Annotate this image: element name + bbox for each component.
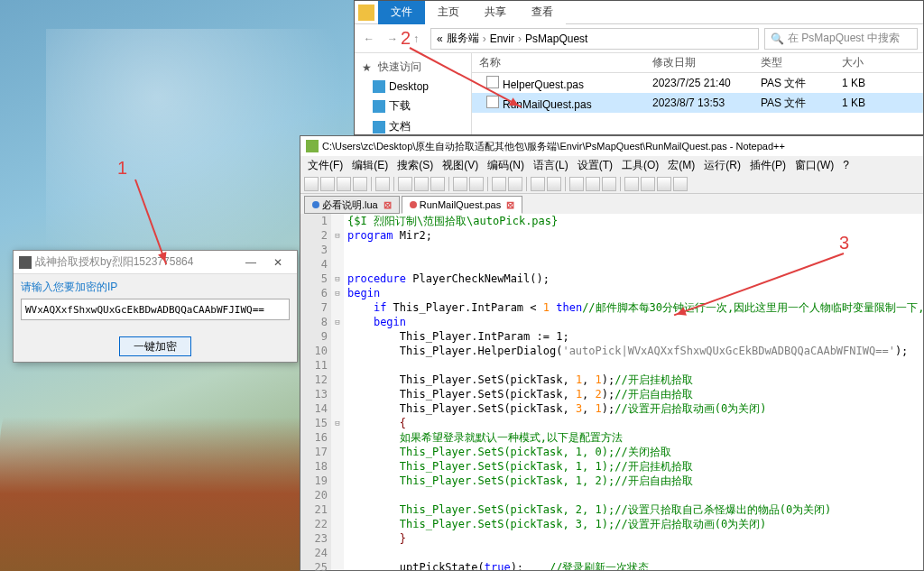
folder-icon xyxy=(358,5,374,21)
sidebar-desktop[interactable]: Desktop xyxy=(355,78,471,96)
download-icon xyxy=(373,100,385,113)
code-content[interactable]: {$I 烈阳订制\范围拾取\autoPick.pas}program Mir2;… xyxy=(344,214,923,570)
play-icon[interactable] xyxy=(641,177,655,191)
col-name[interactable]: 名称 xyxy=(472,55,652,70)
paste-icon[interactable] xyxy=(430,177,445,191)
menu-edit[interactable]: 编辑(E) xyxy=(348,158,392,173)
tab-share[interactable]: 共享 xyxy=(472,1,519,24)
tab-status-icon xyxy=(312,201,319,208)
menu-file[interactable]: 文件(F) xyxy=(304,158,346,173)
nav-back-icon[interactable]: ← xyxy=(360,30,378,48)
bc-psmapquest[interactable]: PsMapQuest xyxy=(525,32,587,45)
nav-forward-icon[interactable]: → xyxy=(383,30,402,48)
cut-icon[interactable] xyxy=(398,177,412,191)
close-icon[interactable]: ⊠ xyxy=(383,199,392,211)
menu-plugins[interactable]: 插件(P) xyxy=(746,158,790,173)
bc-double-left-icon: « xyxy=(437,32,443,45)
search-placeholder: 在 PsMapQuest 中搜索 xyxy=(788,31,900,46)
file-icon xyxy=(486,76,499,88)
ip-label: 请输入您要加密的IP xyxy=(21,280,290,295)
col-type[interactable]: 类型 xyxy=(761,55,842,70)
undo-icon[interactable] xyxy=(453,177,467,191)
redo-icon[interactable] xyxy=(469,177,484,191)
menu-bar: 文件(F) 编辑(E) 搜索(S) 视图(V) 编码(N) 语言(L) 设置(T… xyxy=(300,156,923,174)
ip-input[interactable] xyxy=(21,299,290,320)
annotation-2: 2 xyxy=(401,28,411,49)
file-explorer-window: 文件 主页 共享 查看 ← → ↑ « 服务端 › Envir › PsMapQ… xyxy=(354,0,924,135)
menu-view[interactable]: 视图(V) xyxy=(439,158,482,173)
sidebar-documents[interactable]: 文档 xyxy=(355,116,471,137)
list-item[interactable]: RunMailQuest.pas 2023/8/7 13:53 PAS 文件 1… xyxy=(472,93,923,113)
sidebar-downloads[interactable]: 下载 xyxy=(355,96,471,116)
tab-lua[interactable]: 必看说明.lua⊠ xyxy=(304,196,400,214)
list-item[interactable]: HelperQuest.pas 2023/7/25 21:40 PAS 文件 1… xyxy=(472,73,923,93)
tab-home[interactable]: 主页 xyxy=(425,1,472,24)
editor-tabs: 必看说明.lua⊠ RunMailQuest.pas⊠ xyxy=(300,194,923,214)
fold-column[interactable]: ⊟⊟⊟⊟⊟⊟ xyxy=(331,214,344,570)
allchars-icon[interactable] xyxy=(586,177,600,191)
ribbon-tabs: 文件 主页 共享 查看 xyxy=(355,1,923,24)
save-icon[interactable] xyxy=(337,177,351,191)
find-icon[interactable] xyxy=(492,177,506,191)
zoom-in-icon[interactable] xyxy=(531,177,545,191)
titlebar: C:\Users\zc\Desktop\原生自动拾取适配其他包\服务端\Envi… xyxy=(300,136,923,156)
code-editor[interactable]: 1234567891011121314151617181920212223242… xyxy=(300,214,923,570)
saveall-icon[interactable] xyxy=(353,177,367,191)
menu-settings[interactable]: 设置(T) xyxy=(574,158,616,173)
notepadpp-icon xyxy=(306,140,319,152)
close-icon[interactable]: ⊠ xyxy=(506,199,514,211)
record-icon[interactable] xyxy=(624,177,639,191)
col-size[interactable]: 大小 xyxy=(842,55,905,70)
annotation-3: 3 xyxy=(839,233,849,253)
menu-encoding[interactable]: 编码(N) xyxy=(484,158,528,173)
chevron-right-icon: › xyxy=(518,32,522,45)
minimize-button[interactable]: — xyxy=(237,256,264,269)
toolbar xyxy=(300,174,923,194)
line-numbers: 1234567891011121314151617181920212223242… xyxy=(300,214,331,570)
notepadpp-window: C:\Users\zc\Desktop\原生自动拾取适配其他包\服务端\Envi… xyxy=(300,135,924,571)
nav-pane: ★快速访问 Desktop 下载 文档 xyxy=(355,53,472,134)
menu-macro[interactable]: 宏(M) xyxy=(664,158,698,173)
encrypt-dialog: 战神拾取授权by烈阳1523775864 — ✕ 请输入您要加密的IP 一键加密 xyxy=(13,250,298,363)
zoom-out-icon[interactable] xyxy=(547,177,561,191)
tab-status-icon xyxy=(410,201,417,208)
titlebar: 战神拾取授权by烈阳1523775864 — ✕ xyxy=(14,251,297,274)
menu-help[interactable]: ? xyxy=(839,159,853,171)
desktop-icon xyxy=(373,80,385,93)
print-icon[interactable] xyxy=(375,177,390,191)
menu-window[interactable]: 窗口(W) xyxy=(791,158,837,173)
menu-run[interactable]: 运行(R) xyxy=(700,158,744,173)
address-bar-row: ← → ↑ « 服务端 › Envir › PsMapQuest 🔍 在 PsM… xyxy=(355,24,923,53)
encrypt-button[interactable]: 一键加密 xyxy=(119,336,191,356)
indent-icon[interactable] xyxy=(602,177,616,191)
menu-tools[interactable]: 工具(O) xyxy=(618,158,662,173)
stop-icon[interactable] xyxy=(657,177,671,191)
search-icon: 🔍 xyxy=(771,32,784,45)
replace-icon[interactable] xyxy=(508,177,522,191)
col-date[interactable]: 修改日期 xyxy=(652,55,761,70)
app-icon xyxy=(19,256,32,269)
bc-root[interactable]: 服务端 xyxy=(447,31,479,46)
tab-file[interactable]: 文件 xyxy=(378,1,425,24)
file-list: 名称 修改日期 类型 大小 HelperQuest.pas 2023/7/25 … xyxy=(472,53,923,134)
copy-icon[interactable] xyxy=(414,177,429,191)
chevron-right-icon: › xyxy=(483,32,486,45)
new-icon[interactable] xyxy=(304,177,319,191)
file-icon xyxy=(486,96,499,108)
bc-envir[interactable]: Envir xyxy=(490,32,514,45)
close-button[interactable]: ✕ xyxy=(264,256,291,269)
wordwrap-icon[interactable] xyxy=(569,177,584,191)
open-icon[interactable] xyxy=(320,177,335,191)
breadcrumb[interactable]: « 服务端 › Envir › PsMapQuest xyxy=(430,28,759,50)
tab-view[interactable]: 查看 xyxy=(519,1,566,24)
annotation-1: 1 xyxy=(117,158,127,179)
column-headers: 名称 修改日期 类型 大小 xyxy=(472,53,923,73)
sidebar-quick-access[interactable]: ★快速访问 xyxy=(355,57,471,78)
tab-runmailquest[interactable]: RunMailQuest.pas⊠ xyxy=(402,196,523,214)
window-title: 战神拾取授权by烈阳1523775864 xyxy=(35,254,237,270)
star-icon: ★ xyxy=(362,61,374,74)
search-input[interactable]: 🔍 在 PsMapQuest 中搜索 xyxy=(764,28,918,50)
menu-language[interactable]: 语言(L) xyxy=(530,158,572,173)
menu-search[interactable]: 搜索(S) xyxy=(393,158,437,173)
playmulti-icon[interactable] xyxy=(673,177,688,191)
